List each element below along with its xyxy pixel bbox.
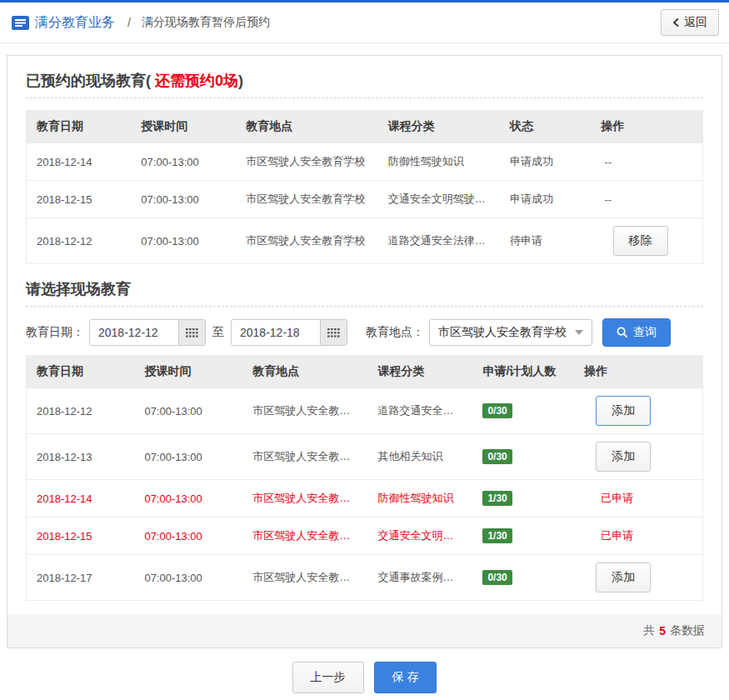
cell-course: 防御性驾驶知识: [378, 143, 500, 181]
col-header-action: 操作: [574, 356, 702, 388]
location-select[interactable]: 市区驾驶人安全教育学校: [429, 319, 592, 346]
save-button[interactable]: 保 存: [374, 662, 437, 693]
cell-location: 市区驾驶人安全教育...: [242, 555, 367, 601]
col-header-time: 授课时间: [131, 111, 236, 143]
cell-date: 2018-12-12: [27, 388, 135, 434]
table-row: 2018-12-15 07:00-13:00 市区驾驶人安全教育学校 交通安全文…: [27, 181, 703, 218]
cell-course: 道路交通安全法律法规: [368, 388, 473, 434]
cell-date: 2018-12-12: [27, 218, 132, 264]
app-title[interactable]: 满分教育业务: [35, 14, 115, 32]
date-from-input[interactable]: [90, 320, 178, 345]
cell-course: 防御性驾驶知识: [368, 480, 473, 518]
cell-location: 市区驾驶人安全教育...: [242, 434, 367, 480]
capacity-badge: 0/30: [482, 403, 512, 418]
bottom-actions: 上一步 保 存: [0, 648, 729, 700]
col-header-time: 授课时间: [134, 356, 242, 388]
cell-location: 市区驾驶人安全教育学校: [236, 218, 378, 264]
table-row-applied: 2018-12-14 07:00-13:00 市区驾驶人安全教育... 防御性驾…: [27, 480, 703, 518]
col-header-action: 操作: [592, 111, 703, 143]
cell-location: 市区驾驶人安全教育学校: [236, 143, 378, 181]
cell-date: 2018-12-14: [27, 480, 135, 518]
applied-status-label: 已申请: [601, 492, 633, 504]
applied-status-label: 已申请: [601, 529, 633, 542]
cell-time: 07:00-13:00: [134, 480, 242, 518]
remove-button[interactable]: 移除: [613, 226, 668, 256]
cell-status: 申请成功: [500, 143, 592, 181]
schedule-table-header-row: 教育日期 授课时间 教育地点 课程分类 申请/计划人数 操作: [27, 356, 703, 388]
breadcrumb-separator: /: [127, 16, 131, 29]
date-to-input[interactable]: [232, 320, 320, 345]
booked-title-suffix: ): [238, 72, 243, 89]
booked-title-prefix: 已预约的现场教育(: [26, 72, 151, 89]
previous-step-button[interactable]: 上一步: [292, 662, 364, 693]
capacity-badge: 0/30: [482, 449, 512, 464]
calendar-picker-button[interactable]: [320, 320, 347, 345]
schedule-table: 教育日期 授课时间 教育地点 课程分类 申请/计划人数 操作 2018-12-1…: [26, 355, 703, 601]
booked-section-title: 已预约的现场教育( 还需预约0场): [26, 71, 703, 91]
add-button[interactable]: 添加: [596, 396, 651, 426]
breadcrumb: 满分教育业务 / 满分现场教育暂停后预约: [12, 14, 270, 32]
back-button-label: 返回: [684, 15, 707, 30]
cell-action-none: --: [605, 193, 612, 206]
search-button-label: 查询: [633, 325, 657, 340]
calendar-grid-icon: [327, 328, 340, 338]
col-header-capacity: 申请/计划人数: [472, 356, 574, 388]
booked-table-header-row: 教育日期 授课时间 教育地点 课程分类 状态 操作: [27, 111, 703, 143]
table-row: 2018-12-12 07:00-13:00 市区驾驶人安全教育... 道路交通…: [27, 388, 703, 434]
total-suffix: 条数据: [670, 623, 705, 638]
total-count: 5: [659, 624, 666, 638]
cell-date: 2018-12-14: [27, 143, 132, 181]
add-button[interactable]: 添加: [596, 442, 651, 472]
date-from-field: [89, 319, 206, 346]
back-button[interactable]: 返回: [661, 9, 719, 36]
divider: [26, 306, 703, 307]
to-label: 至: [212, 325, 224, 340]
table-row: 2018-12-12 07:00-13:00 市区驾驶人安全教育学校 道路交通安…: [27, 218, 703, 264]
cell-time: 07:00-13:00: [134, 434, 242, 480]
cell-status: 申请成功: [500, 181, 592, 218]
calendar-picker-button[interactable]: [178, 320, 205, 345]
cell-time: 07:00-13:00: [131, 181, 236, 218]
cell-date: 2018-12-15: [27, 518, 135, 555]
chevron-down-icon: [575, 330, 583, 335]
add-button[interactable]: 添加: [596, 562, 651, 592]
date-filter-label: 教育日期：: [26, 325, 84, 340]
capacity-badge: 1/30: [482, 528, 512, 543]
search-button[interactable]: 查询: [602, 318, 671, 347]
divider: [26, 98, 703, 98]
cell-course: 交通安全文明驾驶常识: [378, 181, 500, 218]
calendar-grid-icon: [186, 328, 198, 338]
table-row: 2018-12-13 07:00-13:00 市区驾驶人安全教育... 其他相关…: [27, 434, 703, 480]
capacity-badge: 0/30: [482, 570, 512, 585]
col-header-status: 状态: [500, 111, 592, 143]
cell-date: 2018-12-13: [27, 434, 135, 480]
location-filter-label: 教育地点：: [366, 325, 424, 340]
booked-table: 教育日期 授课时间 教育地点 课程分类 状态 操作 2018-12-14 07:…: [26, 110, 703, 264]
cell-course: 交通安全文明驾驶常识: [368, 518, 473, 555]
cell-location: 市区驾驶人安全教育...: [242, 388, 367, 434]
total-prefix: 共: [643, 623, 655, 638]
cell-date: 2018-12-17: [27, 555, 135, 601]
main-panel: 已预约的现场教育( 还需预约0场) 教育日期 授课时间 教育地点 课程分类 状态…: [7, 55, 722, 648]
cell-location: 市区驾驶人安全教育...: [242, 518, 367, 555]
cell-course: 其他相关知识: [368, 434, 473, 480]
col-header-location: 教育地点: [236, 111, 378, 143]
cell-date: 2018-12-15: [27, 181, 132, 218]
location-select-value: 市区驾驶人安全教育学校: [438, 325, 575, 340]
list-icon: [12, 16, 29, 30]
cell-time: 07:00-13:00: [134, 555, 242, 601]
search-icon: [617, 327, 628, 338]
cell-action-none: --: [605, 156, 612, 168]
filter-bar: 教育日期： 至: [26, 318, 703, 347]
page-title: 满分现场教育暂停后预约: [142, 15, 270, 30]
col-header-date: 教育日期: [27, 356, 135, 388]
chevron-left-icon: [672, 18, 680, 28]
cell-course: 交通事故案例警示教育: [368, 555, 473, 601]
table-row: 2018-12-17 07:00-13:00 市区驾驶人安全教育... 交通事故…: [27, 555, 703, 601]
select-section-title: 请选择现场教育: [26, 279, 703, 299]
col-header-date: 教育日期: [27, 111, 132, 143]
cell-status: 待申请: [500, 218, 592, 264]
cell-location: 市区驾驶人安全教育学校: [236, 181, 378, 218]
col-header-course: 课程分类: [378, 111, 500, 143]
cell-course: 道路交通安全法律法规: [378, 218, 500, 264]
